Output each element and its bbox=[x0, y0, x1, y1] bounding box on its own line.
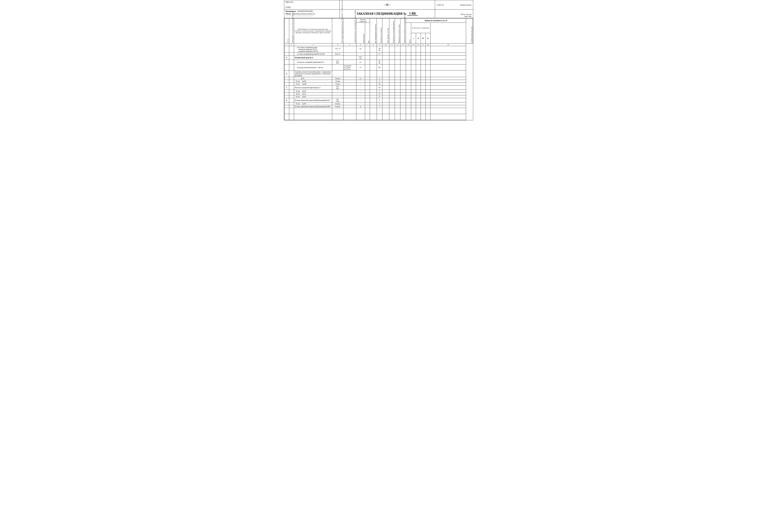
col-q4-header: IV bbox=[426, 33, 430, 44]
row-q3 bbox=[421, 85, 426, 90]
row-declared bbox=[400, 77, 406, 80]
row-q4 bbox=[426, 80, 430, 83]
row-total bbox=[406, 90, 411, 93]
row-type: I5кчI8п2 bbox=[332, 85, 343, 90]
row-q2 bbox=[416, 80, 421, 83]
row-cost bbox=[430, 83, 466, 85]
colnum-15: 15 bbox=[411, 44, 416, 46]
row-factory bbox=[343, 80, 356, 83]
row-name: Задвижка параллельная фланцевая с выдвиж… bbox=[294, 71, 332, 77]
row-unit: " bbox=[356, 93, 365, 95]
row-factory bbox=[343, 93, 356, 95]
table-row: 4. Задвижка параллельная фланцевая с выд… bbox=[284, 71, 473, 77]
row-q2 bbox=[416, 64, 421, 71]
table-row: б) рукав резинотканевый ℓ = 80 пм. Льнок… bbox=[284, 64, 473, 71]
row-name: То же ф-80 bbox=[294, 103, 332, 105]
row-total bbox=[406, 60, 411, 64]
row-pos bbox=[289, 60, 294, 64]
row-q1 bbox=[411, 98, 416, 103]
row-need2 bbox=[389, 55, 395, 60]
row-declared bbox=[400, 90, 406, 93]
row-cost bbox=[430, 80, 466, 83]
row-need: I6 bbox=[377, 85, 382, 90]
title-section: ЗАКАЗНАЯ СПЕЦИФИКАЦИЯ № 1-ВК bbox=[340, 10, 435, 18]
row-declared bbox=[400, 46, 406, 53]
row-unit: " bbox=[356, 85, 365, 90]
row-type: " bbox=[332, 90, 343, 93]
row-num bbox=[284, 64, 289, 71]
row-price bbox=[382, 85, 389, 90]
col-total-header: Всего bbox=[406, 23, 411, 44]
row-pos bbox=[289, 80, 294, 83]
row-num bbox=[284, 46, 289, 53]
row-need: I8 bbox=[377, 83, 382, 85]
object-hint: (производственная мощность) bbox=[292, 13, 315, 15]
table-row: в) Головка соединительная: напорная цапк… bbox=[284, 46, 473, 53]
row-unit-code bbox=[365, 71, 370, 77]
row-need2 bbox=[389, 46, 395, 53]
row-unit: шт. bbox=[356, 60, 365, 64]
row-declared bbox=[400, 64, 406, 71]
row-q1 bbox=[411, 55, 416, 60]
row-eq-code bbox=[370, 60, 377, 64]
row-q4 bbox=[426, 105, 430, 108]
row-q2 bbox=[416, 95, 421, 98]
row-cost bbox=[430, 98, 466, 103]
row-name: То же ф-80 bbox=[294, 80, 332, 83]
row-num bbox=[284, 90, 289, 93]
row-num bbox=[284, 77, 289, 80]
row-cost bbox=[430, 46, 466, 53]
row-q1 bbox=[411, 80, 416, 83]
table-row: То же ф-25 " " I7 bbox=[284, 93, 473, 95]
colnum-2: 2 bbox=[289, 44, 294, 46]
row-pos bbox=[289, 77, 294, 80]
row-cost bbox=[430, 85, 466, 90]
row-pos bbox=[289, 55, 294, 60]
row-factory bbox=[343, 77, 356, 80]
row-q3 bbox=[421, 98, 426, 103]
row-cost bbox=[430, 105, 466, 108]
row-pos bbox=[289, 105, 294, 108]
row-total bbox=[406, 85, 411, 90]
row-type: 2217-76—"— bbox=[332, 46, 343, 53]
row-total bbox=[406, 98, 411, 103]
row-total bbox=[406, 46, 411, 53]
row-q1 bbox=[411, 53, 416, 55]
row-need: 8 bbox=[377, 95, 382, 98]
row-price bbox=[382, 98, 389, 103]
col-need-header: Потребность по проекту bbox=[377, 18, 382, 44]
page-number: – 35 – bbox=[340, 0, 435, 9]
row-pos bbox=[289, 83, 294, 85]
row-declared bbox=[400, 85, 406, 90]
row-q4 bbox=[426, 60, 430, 64]
row-eq-code bbox=[370, 64, 377, 71]
row-pos bbox=[289, 98, 294, 103]
row-q4 bbox=[426, 53, 430, 55]
doc-type: (XXI) bbox=[286, 6, 338, 9]
row-q4 bbox=[426, 71, 430, 77]
row-q1 bbox=[411, 103, 416, 105]
row-name: г) Ствол пожарный ручной РС-6 ф 50 bbox=[294, 53, 332, 55]
table-row: 5. Вентиль запорный муфтовый ф-15 I5кчI8… bbox=[284, 85, 473, 90]
doc-title: ЗАКАЗНАЯ СПЕЦИФИКАЦИЯ № bbox=[357, 12, 407, 16]
col-unit-code-header: Код bbox=[365, 23, 370, 44]
table-row-empty bbox=[284, 108, 473, 114]
row-q4 bbox=[426, 98, 430, 103]
row-unit-code bbox=[365, 83, 370, 85]
colnum-8: 8 bbox=[370, 44, 377, 46]
row-type: 9923-67 bbox=[332, 53, 343, 55]
main-table: № п.п. Арпозиций по тех-нологической схе… bbox=[284, 18, 473, 120]
row-pos bbox=[289, 53, 294, 55]
row-need: I bbox=[377, 103, 382, 105]
col-name-header: Наименование и техническая характеристик… bbox=[294, 18, 332, 44]
row-num: 4. bbox=[284, 71, 289, 77]
row-num: 5. bbox=[284, 85, 289, 90]
row-need2 bbox=[389, 95, 395, 98]
row-q4 bbox=[426, 55, 430, 60]
row-need: 4 bbox=[377, 77, 382, 80]
row-unit-code bbox=[365, 55, 370, 60]
row-need2 bbox=[389, 93, 395, 95]
row-eq-code bbox=[370, 95, 377, 98]
row-need: 80 bbox=[377, 64, 382, 71]
row-avail bbox=[395, 55, 400, 60]
